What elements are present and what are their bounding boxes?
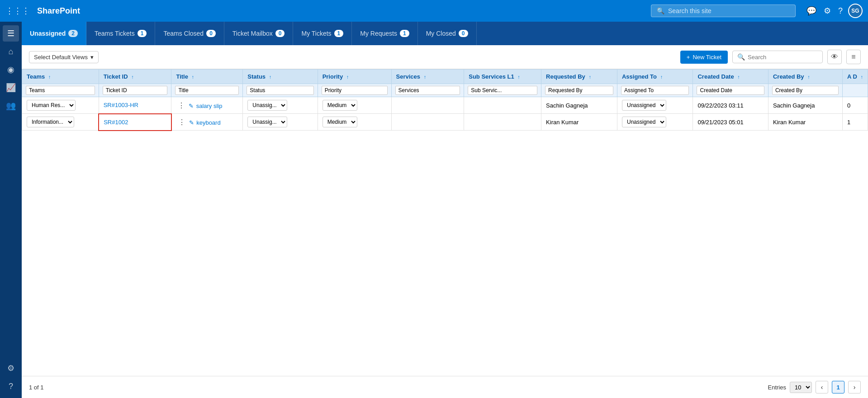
teams-select-1[interactable]: Information... — [27, 117, 74, 127]
col-created-by[interactable]: Created By ↑ — [768, 70, 842, 84]
cell-assigned-to-0[interactable]: Unassigned — [617, 97, 693, 114]
col-services[interactable]: Services ↑ — [391, 70, 464, 84]
tab-teams-tickets-badge: 1 — [138, 30, 147, 37]
col-sub-services[interactable]: Sub Services L1 ↑ — [464, 70, 541, 84]
search-toolbar[interactable]: 🔍 — [732, 51, 823, 63]
chevron-right-icon: › — [854, 384, 856, 391]
prev-page-button[interactable]: ‹ — [816, 381, 828, 393]
col-ad[interactable]: A D ↑ — [842, 70, 868, 84]
filter-priority-input[interactable] — [322, 86, 388, 95]
new-ticket-button[interactable]: + New Ticket — [680, 51, 728, 64]
sidebar-item-settings[interactable]: ⚙ — [3, 360, 19, 376]
filter-services[interactable] — [391, 84, 464, 97]
avatar[interactable]: SG — [848, 4, 863, 18]
sidebar-item-globe[interactable]: ◉ — [3, 61, 19, 78]
cell-ticket-id-1[interactable]: SR#1002 — [99, 114, 171, 131]
filter-status[interactable] — [243, 84, 318, 97]
filter-sub-services[interactable] — [464, 84, 541, 97]
filter-icon-button[interactable]: ≡ — [846, 50, 861, 64]
waffle-icon[interactable]: ⋮⋮⋮ — [5, 6, 30, 16]
filter-assigned-to-input[interactable] — [621, 86, 689, 95]
ticket-id-link-0[interactable]: SR#1003-HR — [104, 102, 138, 108]
filter-services-input[interactable] — [395, 86, 460, 95]
tab-teams-closed[interactable]: Teams Closed 0 — [155, 22, 224, 45]
tab-ticket-mailbox-badge: 0 — [275, 30, 285, 37]
entries-select[interactable]: 10 25 50 — [790, 382, 812, 393]
site-name: SharePoint — [37, 6, 80, 16]
filter-teams[interactable] — [22, 84, 99, 97]
filter-assigned-to[interactable] — [617, 84, 693, 97]
sort-arrow-ad: ↑ — [860, 74, 863, 80]
cell-priority-0[interactable]: Medium — [318, 97, 391, 114]
filter-ticket-id-input[interactable] — [103, 86, 168, 95]
col-status[interactable]: Status ↑ — [243, 70, 318, 84]
help-icon[interactable]: ? — [838, 6, 843, 16]
col-priority[interactable]: Priority ↑ — [318, 70, 391, 84]
new-ticket-label: New Ticket — [693, 54, 721, 61]
global-search-box[interactable]: 🔍 — [651, 5, 796, 17]
filter-requested-by-input[interactable] — [545, 86, 613, 95]
filter-created-by-input[interactable] — [772, 86, 839, 95]
title-link-1[interactable]: keyboard — [196, 119, 220, 126]
row-menu-icon-0[interactable]: ⋮ — [176, 102, 187, 109]
sidebar-item-help[interactable]: ? — [3, 378, 19, 394]
people-icon: 👥 — [6, 101, 16, 111]
tab-my-tickets[interactable]: My Tickets 1 — [293, 22, 352, 45]
cell-status-1[interactable]: Unassig... — [243, 114, 318, 131]
col-teams[interactable]: Teams ↑ — [22, 70, 99, 84]
status-select-0[interactable]: Unassig... — [247, 100, 287, 111]
eye-icon-button[interactable]: 👁 — [827, 50, 842, 64]
cell-ticket-id-0[interactable]: SR#1003-HR — [99, 97, 171, 114]
cell-teams-0[interactable]: Human Res... — [22, 97, 99, 114]
global-search-input[interactable] — [668, 7, 790, 14]
chat-icon[interactable]: 💬 — [806, 6, 816, 16]
toolbar-right: + New Ticket 🔍 👁 ≡ — [680, 50, 861, 64]
sidebar-item-menu[interactable]: ☰ — [3, 25, 19, 42]
teams-select-0[interactable]: Human Res... — [27, 100, 76, 111]
tab-unassigned[interactable]: Unassigned 2 — [22, 22, 86, 45]
cell-priority-1[interactable]: Medium — [318, 114, 391, 131]
assigned-to-select-1[interactable]: Unassigned — [622, 117, 666, 127]
filter-sub-services-input[interactable] — [468, 86, 537, 95]
eye-icon: 👁 — [831, 53, 838, 61]
filter-title[interactable] — [171, 84, 243, 97]
title-link-0[interactable]: salary slip — [196, 103, 223, 109]
priority-select-0[interactable]: Medium — [323, 100, 357, 111]
col-assigned-to[interactable]: Assigned To ↑ — [617, 70, 693, 84]
col-requested-by[interactable]: Requested By ↑ — [541, 70, 617, 84]
tab-ticket-mailbox[interactable]: Ticket Mailbox 0 — [224, 22, 294, 45]
col-created-date[interactable]: Created Date ↑ — [693, 70, 768, 84]
filter-ticket-id[interactable] — [99, 84, 171, 97]
search-input[interactable] — [748, 54, 818, 61]
cell-assigned-to-1[interactable]: Unassigned — [617, 114, 693, 131]
filter-title-input[interactable] — [175, 86, 239, 95]
ticket-id-link-1[interactable]: SR#1002 — [104, 119, 128, 126]
status-select-1[interactable]: Unassig... — [247, 117, 287, 127]
cell-title-1[interactable]: ⋮ ✎ keyboard — [171, 114, 243, 131]
col-ticket-id[interactable]: Ticket ID ↑ — [99, 70, 171, 84]
tab-my-closed[interactable]: My Closed 0 — [418, 22, 477, 45]
filter-created-date-input[interactable] — [697, 86, 764, 95]
filter-status-input[interactable] — [247, 86, 313, 95]
filter-teams-input[interactable] — [26, 86, 95, 95]
row-menu-icon-1[interactable]: ⋮ — [176, 118, 187, 126]
cell-title-0[interactable]: ⋮ ✎ salary slip — [171, 97, 243, 114]
filter-created-date[interactable] — [693, 84, 768, 97]
sidebar-item-analytics[interactable]: 📈 — [3, 80, 19, 96]
sidebar-item-home[interactable]: ⌂ — [3, 43, 19, 60]
col-title[interactable]: Title ↑ — [171, 70, 243, 84]
cell-teams-1[interactable]: Information... — [22, 114, 99, 131]
filter-priority[interactable] — [318, 84, 391, 97]
cell-status-0[interactable]: Unassig... — [243, 97, 318, 114]
current-page-number[interactable]: 1 — [832, 381, 844, 393]
settings-icon[interactable]: ⚙ — [824, 6, 831, 16]
select-views-dropdown[interactable]: Select Default Views ▾ — [29, 51, 99, 63]
filter-requested-by[interactable] — [541, 84, 617, 97]
priority-select-1[interactable]: Medium — [323, 117, 357, 127]
sidebar-item-people[interactable]: 👥 — [3, 98, 19, 114]
filter-created-by[interactable] — [768, 84, 842, 97]
next-page-button[interactable]: › — [848, 381, 861, 393]
tab-teams-tickets[interactable]: Teams Tickets 1 — [86, 22, 155, 45]
assigned-to-select-0[interactable]: Unassigned — [622, 100, 666, 111]
tab-my-requests[interactable]: My Requests 1 — [352, 22, 417, 45]
